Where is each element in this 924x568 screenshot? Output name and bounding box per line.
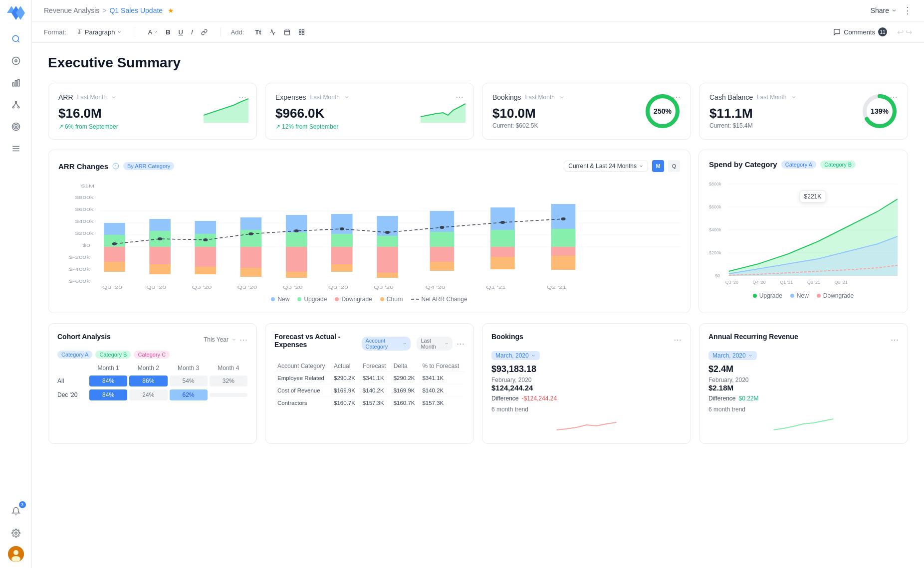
notification-count: 3 — [19, 501, 26, 508]
svg-point-104 — [500, 221, 505, 224]
arr-btn-q[interactable]: Q — [668, 160, 680, 172]
arr-info-icon[interactable] — [112, 163, 119, 170]
favorite-star[interactable]: ★ — [168, 6, 174, 14]
cohort-more[interactable]: ⋯ — [239, 335, 247, 345]
user-avatar[interactable] — [8, 546, 24, 562]
cohort-period-chevron[interactable] — [231, 337, 236, 342]
forecast-period[interactable]: Last Month — [417, 337, 453, 351]
svg-rect-8 — [15, 81, 16, 86]
arr-period-chevron[interactable] — [111, 94, 117, 100]
svg-point-23 — [13, 550, 18, 555]
svg-point-98 — [203, 238, 208, 241]
sidebar-item-notifications[interactable]: 3 — [7, 502, 25, 520]
svg-rect-75 — [286, 272, 307, 278]
content-area: Executive Summary ARR Last Month ⋯ $16.0… — [32, 43, 924, 568]
svg-rect-9 — [17, 79, 19, 86]
arr-diff-value: $0.22M — [738, 395, 758, 402]
comments-button[interactable]: Comments 11 — [828, 25, 892, 38]
legend-net-arr: Net ARR Change — [411, 296, 467, 303]
spend-legend-downgrade: Downgrade — [817, 292, 854, 299]
forecast-row-1: Cost of Revenue $169.9K $140.2K $169.9K … — [274, 384, 464, 397]
share-button[interactable]: Share — [871, 6, 897, 14]
bold-button[interactable]: B — [163, 27, 173, 37]
underline-button[interactable]: U — [176, 27, 186, 37]
svg-point-24 — [11, 556, 20, 562]
svg-text:$400k: $400k — [709, 227, 721, 232]
sidebar-item-network[interactable] — [7, 96, 25, 114]
svg-text:$400k: $400k — [75, 219, 93, 223]
spend-legend-new: New — [790, 292, 809, 299]
sidebar-item-target[interactable] — [7, 118, 25, 136]
svg-text:Q3 '21: Q3 '21 — [835, 280, 848, 285]
svg-text:$200k: $200k — [709, 250, 721, 255]
svg-rect-87 — [430, 262, 455, 271]
arr-trend-chart — [708, 415, 899, 432]
arr-chart-svg: $1M $800k $600k $400k $200k $0 $-200k $-… — [58, 180, 680, 290]
app-logo[interactable] — [7, 6, 25, 20]
breadcrumb-current[interactable]: Q1 Sales Update — [109, 6, 163, 14]
redo-button[interactable]: ↪ — [906, 27, 912, 37]
svg-rect-82 — [377, 247, 398, 273]
svg-rect-73 — [286, 232, 307, 247]
arr-chart-header: ARR Changes By ARR Category Current & La… — [58, 160, 680, 172]
forecast-row-0: Employee Related $290.2K $341.1K $290.2K… — [274, 372, 464, 384]
forecast-title: Forecast vs Actual - Expenses — [274, 333, 358, 349]
add-grid-button[interactable] — [295, 27, 308, 37]
font-size-button[interactable]: A — [145, 27, 161, 37]
svg-text:Q3 '20: Q3 '20 — [237, 285, 257, 289]
svg-text:Q3 '20: Q3 '20 — [374, 285, 394, 289]
arr-changes-chart-card: ARR Changes By ARR Category Current & La… — [48, 150, 691, 313]
arr-chart-title: ARR Changes — [58, 162, 108, 171]
spend-chart-card: Spend by Category Category A Category B … — [698, 150, 908, 313]
svg-text:Q1 '21: Q1 '21 — [486, 285, 506, 289]
sidebar-item-dashboard[interactable] — [7, 52, 25, 70]
svg-text:$200k: $200k — [75, 231, 93, 235]
bookings-period-select[interactable]: March, 2020 — [491, 351, 540, 360]
sidebar-item-list[interactable] — [7, 140, 25, 158]
more-options-icon[interactable]: ⋮ — [903, 5, 912, 16]
arr-period-select[interactable]: March, 2020 — [708, 351, 757, 360]
breadcrumb-parent[interactable]: Revenue Analysis — [44, 6, 99, 14]
forecast-more[interactable]: ⋯ — [457, 339, 464, 349]
arr-small-card: Annual Recurring Revenue ⋯ March, 2020 $… — [699, 323, 908, 444]
svg-line-14 — [16, 103, 18, 107]
svg-text:Q4 '20: Q4 '20 — [425, 285, 445, 289]
bookings-small-more[interactable]: ⋯ — [674, 335, 682, 345]
cash-period-chevron[interactable] — [791, 94, 797, 100]
undo-button[interactable]: ↩ — [897, 27, 904, 37]
bookings-trend-label: 6 month trend — [491, 406, 682, 413]
cohort-cat-a: Category A — [57, 351, 92, 359]
sidebar-item-search[interactable] — [7, 30, 25, 48]
svg-line-4 — [17, 40, 19, 42]
topbar: Revenue Analysis > Q1 Sales Update ★ Sha… — [32, 0, 924, 21]
sidebar-item-charts[interactable] — [7, 74, 25, 92]
cohort-title: Cohort Analysis — [57, 333, 111, 341]
arr-btn-m[interactable]: M — [652, 160, 664, 172]
forecast-row-2: Contractors $160.7K $157.3K $160.7K $157… — [274, 397, 464, 409]
svg-text:$0: $0 — [715, 273, 720, 278]
sidebar-item-settings[interactable] — [7, 524, 25, 542]
cash-period: Last Month — [757, 94, 786, 101]
add-calendar-button[interactable] — [281, 27, 293, 37]
add-label: Add: — [231, 28, 244, 36]
metric-card-cash: Cash Balance Last Month ⋯ $11.1M Current… — [699, 83, 908, 140]
cash-donut-container: 139% — [860, 91, 900, 131]
arr-period-select[interactable]: Current & Last 24 Months — [564, 161, 648, 172]
svg-point-105 — [561, 217, 565, 220]
expenses-period-chevron[interactable] — [344, 94, 350, 100]
svg-text:Q4 '20: Q4 '20 — [753, 280, 766, 285]
paragraph-selector[interactable]: Paragraph — [74, 27, 125, 37]
svg-rect-79 — [331, 264, 353, 272]
add-text-button[interactable]: Tt — [252, 27, 264, 37]
forecast-badge[interactable]: Account Category — [362, 337, 411, 351]
svg-rect-32 — [299, 32, 301, 34]
bookings-period-chevron[interactable] — [559, 94, 565, 100]
arr-small-more[interactable]: ⋯ — [891, 335, 899, 345]
add-chart-button[interactable] — [266, 27, 279, 37]
bookings-small-title: Bookings — [491, 333, 523, 341]
arr-diff-label: Difference — [708, 395, 735, 402]
cohort-row-all: All 84% 86% 54% 32% — [57, 376, 247, 386]
link-button[interactable] — [198, 27, 211, 37]
italic-button[interactable]: I — [188, 27, 196, 37]
svg-text:$800k: $800k — [709, 182, 721, 187]
